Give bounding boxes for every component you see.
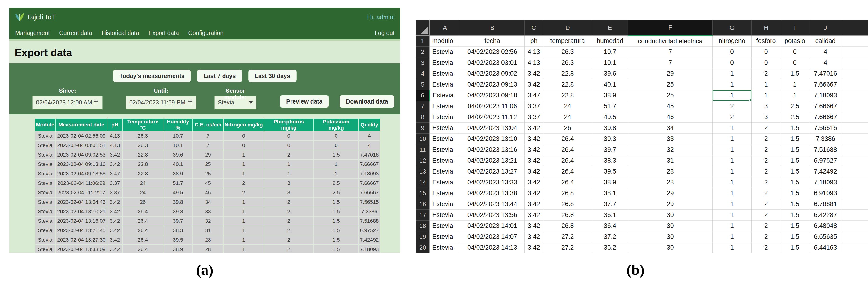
- sheet-cell[interactable]: 30: [628, 220, 712, 231]
- sheet-cell[interactable]: 29: [628, 188, 712, 199]
- row-number[interactable]: 17: [416, 210, 430, 220]
- sheet-cell[interactable]: 1.5: [781, 122, 809, 133]
- sheet-cell[interactable]: 04/02/2023 09:18: [460, 90, 524, 101]
- sheet-cell[interactable]: 39.8: [592, 122, 628, 133]
- column-header[interactable]: B: [460, 20, 524, 35]
- sheet-cell[interactable]: [842, 231, 868, 242]
- sheet-cell[interactable]: 7.56515: [809, 122, 842, 133]
- sheet-cell[interactable]: 2: [751, 155, 781, 166]
- download-data-button[interactable]: Download data: [340, 95, 395, 108]
- sheet-cell[interactable]: 1: [712, 90, 751, 101]
- sheet-cell[interactable]: 2: [751, 210, 781, 220]
- sheet-cell[interactable]: 1.5: [781, 68, 809, 79]
- sheet-cell[interactable]: 04/02/2023 14:01: [460, 220, 524, 231]
- sheet-cell[interactable]: Estevia: [430, 112, 460, 122]
- sheet-cell[interactable]: [842, 68, 868, 79]
- row-number[interactable]: 16: [416, 199, 430, 210]
- sheet-cell[interactable]: 6.91093: [809, 188, 842, 199]
- sheet-cell[interactable]: Estevia: [430, 166, 460, 177]
- sheet-cell[interactable]: 04/02/2023 13:56: [460, 210, 524, 220]
- sheet-cell[interactable]: 26.8: [543, 210, 592, 220]
- sheet-cell[interactable]: 3.42: [524, 231, 543, 242]
- row-number[interactable]: 19: [416, 231, 430, 242]
- sheet-cell[interactable]: 38.1: [592, 188, 628, 199]
- sheet-cell[interactable]: 1: [712, 155, 751, 166]
- sheet-cell[interactable]: 1.5: [781, 144, 809, 155]
- sheet-cell[interactable]: 04/02/2023 13:10: [460, 133, 524, 144]
- sheet-cell[interactable]: 34: [628, 122, 712, 133]
- sheet-cell[interactable]: 1.5: [781, 155, 809, 166]
- sheet-cell[interactable]: calidad: [809, 35, 842, 46]
- sheet-cell[interactable]: 04/02/2023 13:21: [460, 155, 524, 166]
- sheet-cell[interactable]: 37.7: [592, 199, 628, 210]
- sheet-cell[interactable]: 1: [712, 242, 751, 253]
- sheet-cell[interactable]: 1: [712, 133, 751, 144]
- sheet-cell[interactable]: 39.7: [592, 144, 628, 155]
- sheet-cell[interactable]: 10.7: [592, 46, 628, 57]
- sheet-cell[interactable]: 46: [628, 112, 712, 122]
- sheet-cell[interactable]: [842, 220, 868, 231]
- sheet-cell[interactable]: Estevia: [430, 46, 460, 57]
- sheet-cell[interactable]: 3.42: [524, 177, 543, 188]
- sheet-cell[interactable]: Estevia: [430, 242, 460, 253]
- sheet-cell[interactable]: 6.65635: [809, 231, 842, 242]
- sheet-cell[interactable]: 1: [712, 220, 751, 231]
- row-number[interactable]: 10: [416, 133, 430, 144]
- sheet-cell[interactable]: 26.4: [543, 155, 592, 166]
- sheet-cell[interactable]: 26.4: [543, 133, 592, 144]
- sheet-cell[interactable]: 38.9: [592, 177, 628, 188]
- sheet-cell[interactable]: 7.42492: [809, 166, 842, 177]
- sheet-cell[interactable]: 22.8: [543, 68, 592, 79]
- sheet-cell[interactable]: 30: [628, 231, 712, 242]
- preview-data-button[interactable]: Preview data: [280, 95, 329, 108]
- nav-item[interactable]: Configuration: [188, 30, 223, 36]
- sheet-cell[interactable]: 1.5: [781, 199, 809, 210]
- row-number[interactable]: 13: [416, 166, 430, 177]
- sheet-cell[interactable]: 7: [628, 46, 712, 57]
- sheet-cell[interactable]: 2: [751, 242, 781, 253]
- sheet-cell[interactable]: 25: [628, 90, 712, 101]
- nav-item[interactable]: Historical data: [101, 30, 139, 36]
- sheet-cell[interactable]: 04/02/2023 14:13: [460, 242, 524, 253]
- sheet-cell[interactable]: 2: [751, 231, 781, 242]
- sheet-cell[interactable]: 1: [712, 68, 751, 79]
- sheet-cell[interactable]: 3.37: [524, 101, 543, 112]
- brand[interactable]: Tajeli IoT: [15, 11, 56, 23]
- column-header[interactable]: I: [781, 20, 809, 35]
- row-number[interactable]: 15: [416, 188, 430, 199]
- sheet-cell[interactable]: 26.4: [543, 166, 592, 177]
- sheet-cell[interactable]: 51.7: [592, 101, 628, 112]
- sheet-cell[interactable]: [842, 79, 868, 90]
- calendar-icon[interactable]: [93, 99, 99, 106]
- sheet-cell[interactable]: [842, 46, 868, 57]
- sheet-cell[interactable]: 3.42: [524, 210, 543, 220]
- sheet-cell[interactable]: 04/02/2023 11:12: [460, 112, 524, 122]
- sheet-cell[interactable]: [842, 242, 868, 253]
- sheet-cell[interactable]: 26.4: [543, 177, 592, 188]
- sheet-cell[interactable]: 28: [628, 166, 712, 177]
- sheet-cell[interactable]: 10.1: [592, 57, 628, 68]
- sheet-cell[interactable]: 3.42: [524, 133, 543, 144]
- sheet-cell[interactable]: 39.6: [592, 68, 628, 79]
- sheet-cell[interactable]: 1: [712, 166, 751, 177]
- sheet-cell[interactable]: 30: [628, 210, 712, 220]
- sheet-cell[interactable]: 3.42: [524, 199, 543, 210]
- sheet-cell[interactable]: 24: [543, 112, 592, 122]
- sheet-cell[interactable]: 04/02/2023 13:04: [460, 122, 524, 133]
- sheet-cell[interactable]: 30: [628, 242, 712, 253]
- quick-range-button[interactable]: Last 30 days: [248, 70, 297, 82]
- sheet-cell[interactable]: [842, 155, 868, 166]
- sheet-cell[interactable]: 1.5: [781, 210, 809, 220]
- quick-range-button[interactable]: Today's measurements: [113, 70, 191, 82]
- sheet-cell[interactable]: 1.5: [781, 177, 809, 188]
- row-number[interactable]: 6: [416, 90, 430, 101]
- sheet-cell[interactable]: [842, 144, 868, 155]
- sheet-cell[interactable]: [842, 133, 868, 144]
- sheet-cell[interactable]: 3.47: [524, 90, 543, 101]
- sheet-cell[interactable]: fosforo: [751, 35, 781, 46]
- sheet-cell[interactable]: 3.42: [524, 68, 543, 79]
- sheet-cell[interactable]: 38.3: [592, 155, 628, 166]
- row-number[interactable]: 9: [416, 122, 430, 133]
- sheet-cell[interactable]: 45: [628, 101, 712, 112]
- sheet-cell[interactable]: 39.5: [592, 166, 628, 177]
